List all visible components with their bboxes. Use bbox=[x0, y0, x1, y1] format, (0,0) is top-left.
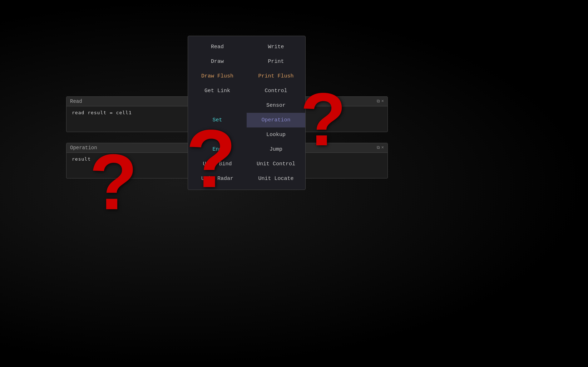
menu-item-jump[interactable]: Jump bbox=[247, 142, 305, 157]
menu-item-lookup[interactable]: Lookup bbox=[247, 127, 305, 142]
menu-item-operation[interactable]: Operation bbox=[247, 113, 305, 127]
menu-item-sensor[interactable]: Sensor bbox=[247, 98, 305, 113]
operation-code: result bbox=[72, 156, 91, 162]
menu-item-unit-control[interactable]: Unit Control bbox=[247, 157, 305, 171]
copy-icon-op[interactable]: ⧉ bbox=[377, 145, 380, 150]
menu-item-print[interactable]: Print bbox=[247, 54, 305, 69]
menu-item-set[interactable]: Set bbox=[188, 113, 247, 127]
menu-item-unit-radar[interactable]: Unit Radar bbox=[188, 171, 247, 186]
menu-item-wait[interactable]: Wait bbox=[188, 127, 247, 142]
menu-item-unit-locate[interactable]: Unit Locate bbox=[247, 171, 305, 186]
menu-item-write[interactable]: Write bbox=[247, 40, 305, 54]
menu-item-unit-bind[interactable]: Unit Bind bbox=[188, 157, 247, 171]
menu-item-read[interactable]: Read bbox=[188, 40, 247, 54]
close-icon[interactable]: × bbox=[381, 99, 384, 104]
read-window-title: Read bbox=[70, 99, 82, 104]
operation-window-title: Operation bbox=[70, 145, 97, 151]
close-icon-op[interactable]: × bbox=[381, 145, 384, 150]
operation-window-controls: ⧉ × bbox=[377, 145, 384, 150]
menu-item-draw-flush[interactable]: Draw Flush bbox=[188, 69, 247, 84]
menu-item-get-link[interactable]: Get Link bbox=[188, 84, 247, 98]
menu-item-draw[interactable]: Draw bbox=[188, 54, 247, 69]
read-code: read result = cell1 bbox=[72, 110, 132, 115]
copy-icon[interactable]: ⧉ bbox=[377, 99, 380, 104]
menu-item-control[interactable]: Control bbox=[247, 84, 305, 98]
read-window-controls: ⧉ × bbox=[377, 99, 384, 104]
instruction-dropdown: Read Write Draw Print Draw Flush Print F… bbox=[188, 36, 306, 190]
menu-item-print-flush[interactable]: Print Flush bbox=[247, 69, 305, 84]
menu-grid: Read Write Draw Print Draw Flush Print F… bbox=[188, 40, 305, 186]
menu-item-end[interactable]: End bbox=[188, 142, 247, 157]
